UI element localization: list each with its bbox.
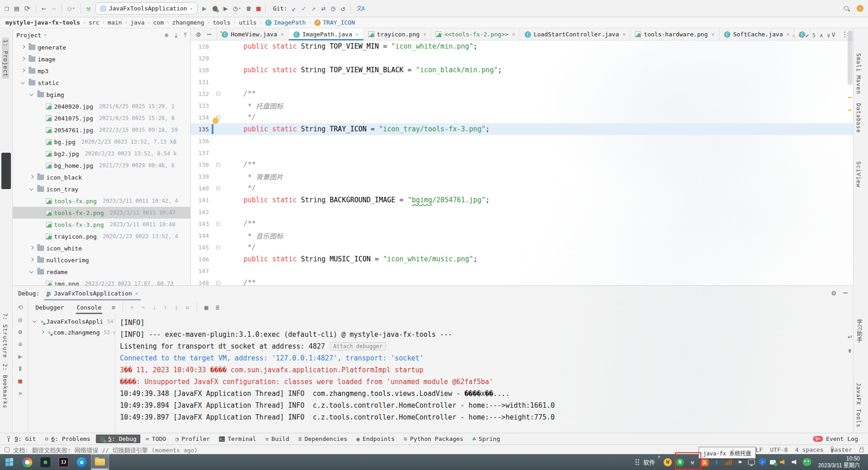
tray-icon-volume[interactable] <box>780 460 786 465</box>
breadcrumb-item[interactable]: main <box>108 19 122 26</box>
breadcrumb-item[interactable]: zhangmeng <box>172 19 204 26</box>
tree-row[interactable]: 2041075.jpg2021/6/25 0025 15:28, 8 <box>13 112 190 124</box>
stop-icon[interactable]: ■ <box>256 5 261 12</box>
run-to-cursor-icon[interactable]: ⇄ <box>186 304 189 310</box>
code-line[interactable]: 147 <box>191 265 853 277</box>
taskbar-app-edge[interactable]: e <box>73 454 91 470</box>
code-line[interactable]: 139 * 背景图片 <box>191 170 853 182</box>
code-line[interactable]: 145− */ <box>191 241 853 253</box>
code-line[interactable]: 134− */ <box>191 111 853 123</box>
taskbar-app-browser[interactable] <box>18 454 36 470</box>
taskbar-app-explorer[interactable] <box>91 454 109 470</box>
back-icon[interactable]: ← <box>42 5 46 12</box>
tray-icon-ime[interactable]: 英 <box>700 458 709 466</box>
tray-icon-shield[interactable]: ✓ <box>759 458 766 466</box>
tray-icon-signal[interactable] <box>725 459 732 465</box>
tree-row[interactable]: nullcoverimg <box>13 254 190 266</box>
sidebar-tab-maven[interactable]: Maven <box>855 75 862 94</box>
sidebar-tab-bookmarks[interactable]: 2: Bookmarks <box>2 364 8 409</box>
debugger-tree-row[interactable]: ∗com.zhangmeng53 sec <box>28 327 115 338</box>
sidebar-tab-project[interactable]: 1: Project <box>2 38 9 79</box>
taskbar-app-dark[interactable] <box>36 454 55 470</box>
chevron-right-icon[interactable] <box>20 44 26 50</box>
editor-scrollbar[interactable] <box>847 29 853 285</box>
tray-icon-flag[interactable]: ⚑ <box>736 458 744 466</box>
tray-overflow-chevron[interactable]: » <box>658 454 661 460</box>
fold-icon[interactable]: − <box>216 186 220 190</box>
chevron-down-icon[interactable] <box>29 186 35 192</box>
tray-icon-bluetooth[interactable]: ᛒ <box>713 458 721 466</box>
close-icon[interactable]: ✕ <box>623 31 626 37</box>
tray-label[interactable]: 软件» <box>643 458 660 466</box>
code-line[interactable]: 144 * 音乐图标 <box>191 230 853 241</box>
hidden-tabs-icon[interactable]: ∨ <box>831 31 836 38</box>
profiler-icon[interactable]: ◷▾ <box>233 5 241 12</box>
debug-icon[interactable] <box>212 5 218 12</box>
chevron-down-icon[interactable] <box>32 318 38 325</box>
editor-tab[interactable]: CSoftCache.java✕ <box>719 29 794 40</box>
menu-icon[interactable]: ≡ <box>111 304 115 310</box>
code-line[interactable]: 138− /** <box>191 159 853 170</box>
show-execution-point-icon[interactable]: ⌖ <box>130 304 134 310</box>
toolwindow-button-debug[interactable]: 5: Debug <box>96 435 140 443</box>
breadcrumb-item[interactable]: src <box>89 19 99 26</box>
toolwindow-button-todo[interactable]: ≔TODO <box>142 435 170 443</box>
chevron-right-icon[interactable] <box>39 329 45 335</box>
tree-row[interactable]: bg_home.jpg2021/7/29 0029 08:46, 6 <box>13 160 190 171</box>
toolwindow-button-build[interactable]: ⚒Build <box>262 435 293 443</box>
code-line[interactable]: 148− /** <box>191 277 853 285</box>
debugger-frames-tree[interactable]: ∗JavaFxToolsAppli54 sec∗com.zhangmeng53 … <box>28 314 115 433</box>
breadcrumb-item[interactable]: mystyle-java-fx-tools <box>5 19 80 26</box>
tree-row[interactable]: image <box>13 53 190 65</box>
close-icon[interactable]: ✕ <box>711 31 714 37</box>
more-icon[interactable]: » <box>18 390 22 396</box>
chevron-right-icon[interactable] <box>29 245 35 251</box>
chevron-down-icon[interactable] <box>29 91 35 98</box>
step-into-icon[interactable]: ↓ <box>152 304 156 310</box>
settings-icon[interactable]: ⚙ <box>832 290 836 297</box>
next-problem-icon[interactable]: ∨ <box>827 32 830 39</box>
update-notification-icon[interactable]: ↑ <box>857 5 863 12</box>
sidebar-tab-sciview[interactable]: SciView <box>855 161 862 188</box>
code-line[interactable]: 129 <box>191 52 853 64</box>
tree-row[interactable]: tools-fx.png2023/3/11 0011 10:42, 4 <box>13 195 190 207</box>
editor-tab[interactable]: CLoadStartController.java✕ <box>520 29 630 40</box>
fold-icon[interactable]: − <box>216 245 220 250</box>
breadcrumb-item[interactable]: tools <box>213 19 230 26</box>
hide-panel-icon[interactable]: ─ <box>843 290 848 297</box>
editor-tab[interactable]: CImagePath.java✕ <box>289 29 364 40</box>
code-line[interactable]: 133 * 托盘图标 <box>191 100 853 111</box>
rerun-icon[interactable]: ⟲ <box>18 304 23 310</box>
run-config-select[interactable]: JavaFxToolsApplication ▾ <box>95 2 198 15</box>
fold-icon[interactable]: − <box>216 163 220 167</box>
tab-debugger[interactable]: Debugger <box>33 303 67 312</box>
code-line[interactable]: 141 public static String BACKGROUND_IMAG… <box>191 194 853 206</box>
step-over-icon[interactable]: ↷ <box>141 304 145 310</box>
close-icon[interactable]: ✕ <box>281 31 284 37</box>
taskbar-app-idea[interactable]: IJ <box>55 454 73 470</box>
git-branch-widget[interactable]: master <box>831 446 852 453</box>
warning-stripe-mark[interactable] <box>848 97 852 98</box>
tree-row[interactable]: static <box>13 77 190 89</box>
attach-debugger-chip[interactable]: Attach debugger <box>330 342 386 350</box>
editor-tab[interactable]: trayicon.png✕ <box>364 29 432 40</box>
breadcrumb-item[interactable]: fTRAY_ICON <box>314 19 355 26</box>
code-line[interactable]: 146 public static String MUSIC_ICON = "i… <box>191 253 853 265</box>
code-line[interactable]: 143− /** <box>191 218 853 230</box>
sidebar-tab-database[interactable]: Database <box>855 103 862 133</box>
close-icon[interactable]: ✕ <box>135 290 139 296</box>
code-line[interactable]: 135 public static String TRAY_ICON = "ic… <box>191 123 853 135</box>
settings-icon[interactable]: ⚙ <box>196 31 201 38</box>
chevron-right-icon[interactable] <box>29 257 35 263</box>
tree-row[interactable]: tools-fx-3.png2023/3/11 0011 10:48 <box>13 219 190 230</box>
tree-row[interactable]: img.png2023/2/23 0023 17:07, 60.73 <box>13 278 190 285</box>
editor-tab[interactable]: CHomeView.java✕ <box>217 29 288 40</box>
tray-icon-network[interactable] <box>748 460 755 465</box>
chevron-right-icon[interactable] <box>20 56 26 62</box>
open-project-icon[interactable]: ❒ <box>5 5 9 12</box>
git-commit-icon[interactable]: ✓ <box>302 5 306 12</box>
status-widget-utf-8[interactable]: UTF-8 <box>770 446 788 453</box>
breadcrumb-item[interactable]: com <box>153 19 164 26</box>
toolwindow-button-profiler[interactable]: ◔Profiler <box>172 435 213 443</box>
fold-icon[interactable]: − <box>216 281 220 285</box>
